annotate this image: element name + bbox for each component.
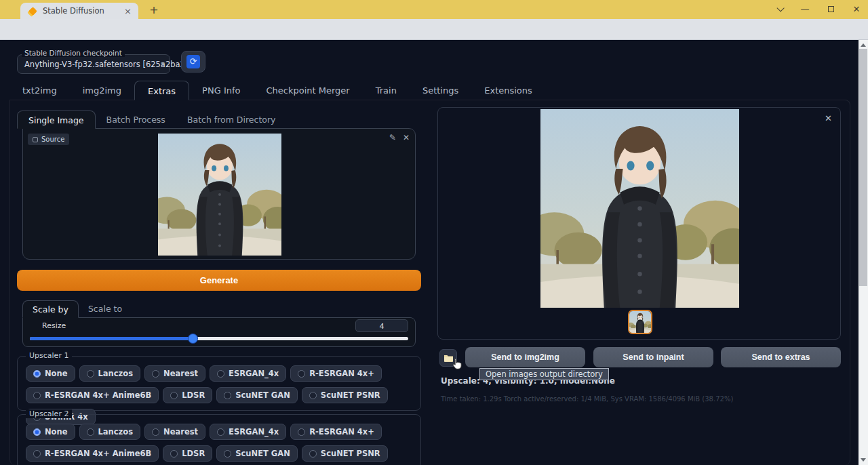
radio-icon	[33, 392, 41, 399]
window-menu-chevron-icon[interactable]	[769, 3, 789, 16]
output-image[interactable]	[540, 109, 739, 308]
window-maximize-button[interactable]	[821, 3, 841, 16]
edit-image-icon[interactable]: ✎	[389, 133, 396, 142]
webui-page: Stable Diffusion checkpoint Anything-V3-…	[0, 40, 868, 465]
upscaler2-option-scunet-psnr[interactable]: ScuNET PSNR	[302, 445, 388, 462]
send-to-img2img-button[interactable]: Send to img2img	[465, 347, 585, 367]
upscaler1-option-ldsr[interactable]: LDSR	[163, 387, 212, 403]
upscaler1-option-r-esrgan-4x-anime6b[interactable]: R-ESRGAN 4x+ Anime6B	[26, 387, 159, 403]
refresh-checkpoint-button[interactable]: ⟳	[181, 51, 205, 73]
extras-sub-tab-bar: Single Image Batch Process Batch from Di…	[17, 110, 286, 129]
upscaler2-option-ldsr[interactable]: LDSR	[163, 445, 212, 462]
resize-number-input[interactable]	[355, 319, 408, 332]
scroll-down-icon[interactable]	[861, 458, 866, 462]
output-gallery: ✕	[437, 107, 841, 340]
upscaler2-group: Upscaler 2 None Lanczos Nearest ESRGAN_4…	[17, 414, 421, 465]
send-to-extras-button[interactable]: Send to extras	[721, 347, 841, 367]
send-to-inpaint-button[interactable]: Send to inpaint	[593, 347, 713, 367]
resize-label: Resize	[42, 321, 66, 330]
resize-control: Resize	[22, 317, 416, 347]
tab-scale-to[interactable]: Scale to	[79, 300, 132, 318]
upscaler1-option-none[interactable]: None	[26, 365, 75, 382]
tab-txt2img[interactable]: txt2img	[9, 81, 70, 100]
generate-button[interactable]: Generate	[17, 270, 421, 291]
tab-img2img[interactable]: img2img	[70, 81, 134, 100]
output-thumbnail[interactable]	[628, 310, 652, 334]
upscaler1-option-scunet-psnr[interactable]: ScuNET PSNR	[302, 387, 388, 403]
tab-single-image[interactable]: Single Image	[17, 110, 96, 129]
clear-image-icon[interactable]: ✕	[403, 133, 410, 142]
mouse-cursor-icon	[450, 357, 464, 371]
radio-icon	[170, 392, 178, 399]
radio-checked-icon	[33, 428, 41, 436]
radio-icon	[87, 428, 94, 436]
tab-close-icon[interactable]: ×	[123, 6, 133, 16]
slider-thumb[interactable]	[189, 334, 197, 343]
radio-icon	[217, 428, 224, 436]
performance-text: Time taken: 1.29s Torch active/reserved:…	[441, 395, 733, 403]
tab-extras[interactable]: Extras	[134, 81, 189, 100]
radio-icon	[298, 428, 305, 436]
gallery-close-icon[interactable]: ✕	[825, 113, 832, 123]
refresh-icon: ⟳	[186, 55, 200, 68]
slider-fill	[30, 337, 193, 340]
upscaler1-label: Upscaler 1	[26, 351, 72, 360]
upscaler2-option-r-esrgan-4x-anime6b[interactable]: R-ESRGAN 4x+ Anime6B	[26, 445, 159, 462]
tab-checkpoint-merger[interactable]: Checkpoint Merger	[253, 81, 362, 100]
app-window: Stable Diffusion × + — ✕ ← → ↻ i 127.0.0…	[0, 0, 868, 465]
upscaler1-group: Upscaler 1 None Lanczos Nearest ESRGAN_4…	[17, 356, 421, 411]
radio-icon	[152, 428, 159, 436]
tab-train[interactable]: Train	[363, 81, 410, 100]
radio-icon	[298, 370, 305, 378]
radio-icon	[152, 370, 159, 378]
upscaler1-option-nearest[interactable]: Nearest	[144, 365, 205, 382]
tab-extensions[interactable]: Extensions	[471, 81, 545, 100]
browser-tab-title: Stable Diffusion	[43, 6, 123, 16]
browser-tab[interactable]: Stable Diffusion ×	[20, 3, 138, 19]
new-tab-button[interactable]: +	[146, 3, 161, 17]
favicon-icon	[28, 7, 37, 16]
image-icon	[33, 137, 38, 142]
upscaler2-option-nearest[interactable]: Nearest	[144, 424, 205, 440]
source-chip-label: Source	[41, 136, 64, 143]
upscaler1-option-scunet-gan[interactable]: ScuNET GAN	[216, 387, 298, 403]
chevron-down-icon: ▾	[161, 60, 165, 68]
window-close-button[interactable]: ✕	[846, 3, 867, 16]
tab-png-info[interactable]: PNG Info	[189, 81, 253, 100]
scale-tab-bar: Scale by Scale to	[22, 300, 132, 318]
upscaler2-option-none[interactable]: None	[26, 424, 75, 440]
window-minimize-button[interactable]: —	[795, 3, 815, 16]
upscaler1-option-r-esrgan-4x[interactable]: R-ESRGAN 4x+	[290, 365, 382, 382]
radio-icon	[33, 450, 41, 458]
tab-batch-process[interactable]: Batch Process	[96, 110, 176, 129]
radio-checked-icon	[33, 370, 41, 378]
upscaler2-option-lanczos[interactable]: Lanczos	[79, 424, 141, 440]
resize-slider[interactable]	[30, 337, 408, 340]
upscaler1-option-lanczos[interactable]: Lanczos	[79, 365, 141, 382]
tab-batch-from-directory[interactable]: Batch from Directory	[176, 110, 287, 129]
main-tab-bar: txt2img img2img Extras PNG Info Checkpoi…	[9, 81, 545, 100]
radio-icon	[224, 450, 231, 458]
source-image	[158, 134, 281, 256]
source-image-dropzone[interactable]: Source ✎ ✕	[22, 128, 416, 260]
radio-icon	[217, 370, 224, 378]
upscaler2-option-r-esrgan-4x[interactable]: R-ESRGAN 4x+	[290, 424, 382, 440]
tab-settings[interactable]: Settings	[410, 81, 471, 100]
radio-icon	[170, 450, 178, 458]
radio-icon	[309, 392, 317, 399]
page-scrollbar[interactable]	[859, 40, 868, 465]
upscaler2-label: Upscaler 2	[26, 409, 72, 418]
upscaler2-option-esrgan-4x[interactable]: ESRGAN_4x	[210, 424, 286, 440]
checkpoint-label: Stable Diffusion checkpoint	[22, 49, 125, 57]
folder-button-tooltip: Open images output directory	[479, 368, 609, 380]
source-chip: Source	[28, 134, 69, 145]
upscaler2-option-scunet-gan[interactable]: ScuNET GAN	[216, 445, 298, 462]
upscaler1-option-esrgan-4x[interactable]: ESRGAN_4x	[210, 365, 286, 382]
scrollbar-thumb[interactable]	[859, 49, 867, 286]
radio-icon	[309, 450, 317, 458]
checkpoint-dropdown[interactable]: Stable Diffusion checkpoint Anything-V3-…	[17, 54, 170, 74]
browser-tabstrip: Stable Diffusion × + — ✕	[0, 0, 868, 19]
scroll-up-icon[interactable]	[861, 43, 866, 47]
radio-icon	[87, 370, 94, 378]
tab-scale-by[interactable]: Scale by	[22, 300, 79, 318]
